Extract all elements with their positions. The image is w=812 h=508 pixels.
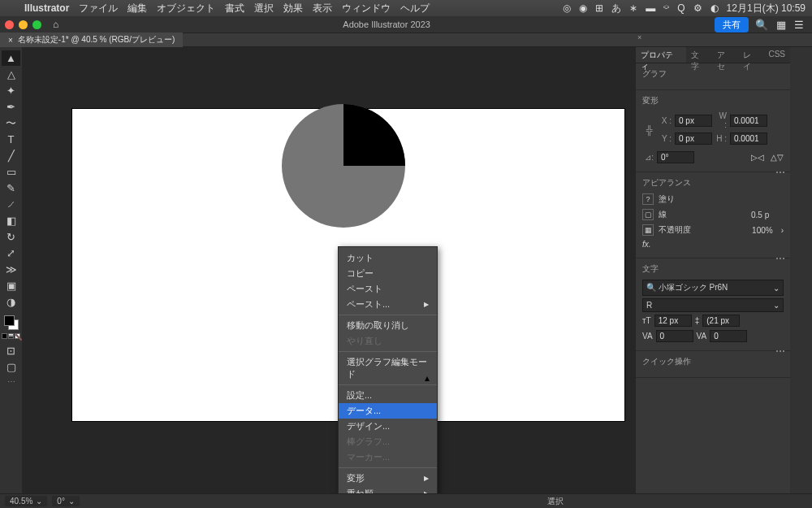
menu-object[interactable]: オブジェクト [157, 2, 215, 15]
siri-icon[interactable]: ◐ [710, 2, 719, 14]
rectangle-tool[interactable]: ▭ [2, 164, 20, 180]
kerning-field[interactable]: 0 [656, 330, 693, 342]
ctx-paste-special[interactable]: ペースト...▶ [339, 297, 437, 312]
opacity-icon[interactable]: ▦ [642, 224, 654, 236]
status-icon[interactable]: ◎ [563, 2, 571, 14]
control-center-icon[interactable]: ⚙ [693, 2, 702, 14]
ctx-copy[interactable]: コピー [339, 266, 437, 281]
ctx-graph-edit-mode[interactable]: 選択グラフ編集モード [339, 354, 437, 382]
pen-tool[interactable]: ✒ [2, 99, 20, 115]
screen-mode[interactable]: ▢ [2, 359, 20, 375]
line-tool[interactable]: ╱ [2, 148, 20, 163]
tab-properties[interactable]: プロパティ [636, 47, 686, 63]
tab-layers[interactable]: レイ [738, 47, 764, 63]
status-icon[interactable]: ◉ [579, 2, 587, 14]
ctx-data[interactable]: データ... [339, 403, 437, 419]
opacity-value[interactable]: 100% [752, 226, 773, 235]
bluetooth-icon[interactable]: ∗ [629, 2, 637, 14]
search-icon[interactable]: 🔍 [755, 19, 768, 31]
stroke-swatch-icon[interactable]: ▢ [642, 209, 654, 220]
collapsed-panels-rail[interactable] [790, 47, 812, 493]
status-icon[interactable]: ⊞ [595, 2, 603, 14]
leading-field[interactable]: (21 px [702, 315, 740, 327]
edit-toolbar[interactable]: ⋯ [2, 376, 20, 387]
flip-v-icon[interactable]: △▽ [771, 153, 784, 162]
y-field[interactable]: 0 px [675, 132, 712, 145]
tracking-field[interactable]: 0 [710, 330, 747, 342]
font-family-select[interactable]: 🔍 小塚ゴシック Pr6N⌄ [642, 280, 784, 296]
menu-select[interactable]: 選択 [254, 2, 274, 15]
selection-tool[interactable]: ▲ [2, 50, 20, 66]
current-tool-label: 選択 [547, 496, 564, 507]
window-minimize-button[interactable] [19, 20, 28, 29]
ctx-settings[interactable]: 設定... [339, 388, 437, 403]
menu-edit[interactable]: 編集 [127, 2, 147, 15]
font-style-select[interactable]: R⌄ [642, 298, 784, 312]
clock[interactable]: 12月1日(木) 10:59 [727, 2, 806, 15]
rotate-tool[interactable]: ↻ [2, 229, 20, 245]
section-title: クイック操作 [642, 356, 784, 367]
free-transform-tool[interactable]: ▣ [2, 278, 20, 293]
app-name[interactable]: Illustrator [24, 2, 69, 14]
share-button[interactable]: 共有 [715, 17, 749, 33]
pie-graph-object[interactable] [282, 104, 405, 228]
canvas[interactable]: カット コピー ペースト ペースト...▶ 移動の取り消し やり直し 選択グラフ… [22, 47, 636, 493]
macos-menubar: Illustrator ファイル 編集 オブジェクト 書式 選択 効果 表示 ウ… [0, 0, 812, 16]
fill-swatch-icon[interactable]: ? [642, 193, 654, 205]
ctx-arrange[interactable]: 重ね順▶ [339, 486, 437, 493]
tab-css[interactable]: CSS [763, 47, 790, 63]
ctx-undo-move[interactable]: 移動の取り消し [339, 318, 437, 333]
menu-file[interactable]: ファイル [79, 2, 118, 15]
fx-icon[interactable]: fx. [642, 240, 651, 249]
curvature-tool[interactable]: 〜 [2, 115, 20, 131]
window-zoom-button[interactable] [32, 20, 41, 29]
ctx-design[interactable]: デザイン... [339, 419, 437, 434]
w-field[interactable]: 0.0001 [730, 115, 767, 127]
stroke-weight-field[interactable]: 0.5 p [751, 211, 784, 219]
menu-help[interactable]: ヘルプ [400, 2, 430, 15]
shaper-tool[interactable]: ⟋ [2, 197, 20, 212]
wifi-icon[interactable]: ⌔ [663, 2, 669, 14]
draw-mode[interactable]: ⊡ [2, 343, 20, 358]
ctx-paste[interactable]: ペースト [339, 281, 437, 297]
shape-builder-tool[interactable]: ◑ [2, 294, 20, 310]
angle-field[interactable]: 0° [657, 151, 694, 163]
brush-tool[interactable]: ✎ [2, 180, 20, 196]
arrange-icon[interactable]: ▦ [776, 19, 786, 31]
scale-tool[interactable]: ⤢ [2, 245, 20, 261]
fill-stroke-swatch[interactable] [4, 315, 19, 330]
type-tool[interactable]: T [2, 132, 20, 147]
tab-character[interactable]: 文字 [686, 47, 712, 63]
document-tab[interactable]: × 名称未設定-1* @ 40.5 % (RGB/プレビュー) [0, 33, 183, 47]
more-options-icon[interactable]: ⋯ [775, 345, 785, 357]
search-icon[interactable]: Q [677, 2, 685, 14]
section-title: 文字 [642, 263, 784, 275]
ctx-cut[interactable]: カット [339, 250, 437, 266]
tab-label: 名称未設定-1* @ 40.5 % (RGB/プレビュー) [18, 34, 175, 46]
menu-type[interactable]: 書式 [225, 2, 244, 15]
menu-view[interactable]: 表示 [313, 2, 332, 15]
font-size-field[interactable]: 12 px [654, 315, 692, 327]
flip-h-icon[interactable]: ▷◁ [751, 153, 764, 162]
status-icon[interactable]: あ [611, 2, 621, 15]
reference-point-icon[interactable]: ╬ [642, 123, 657, 137]
battery-icon[interactable]: ▬ [646, 2, 655, 14]
panel-collapse-icon[interactable]: × [637, 33, 646, 41]
zoom-select[interactable]: 40.5% ⌄ [5, 496, 47, 506]
tab-assets[interactable]: アセ [712, 47, 738, 63]
menu-window[interactable]: ウィンドウ [342, 2, 391, 15]
ctx-transform[interactable]: 変形▶ [339, 471, 437, 486]
close-tab-icon[interactable]: × [8, 36, 13, 45]
direct-selection-tool[interactable]: △ [2, 67, 20, 82]
home-icon[interactable]: ⌂ [53, 19, 58, 30]
window-close-button[interactable] [5, 20, 14, 29]
magic-wand-tool[interactable]: ✦ [2, 83, 20, 98]
menu-effect[interactable]: 効果 [283, 2, 303, 15]
width-tool[interactable]: ≫ [2, 262, 20, 277]
x-field[interactable]: 0 px [675, 115, 712, 127]
rotate-view-select[interactable]: 0° ⌄ [52, 496, 80, 506]
h-field[interactable]: 0.0001 [730, 132, 767, 145]
eraser-tool[interactable]: ◧ [2, 213, 20, 228]
workspace-icon[interactable]: ☰ [794, 19, 804, 31]
color-mode-row[interactable] [2, 333, 20, 339]
